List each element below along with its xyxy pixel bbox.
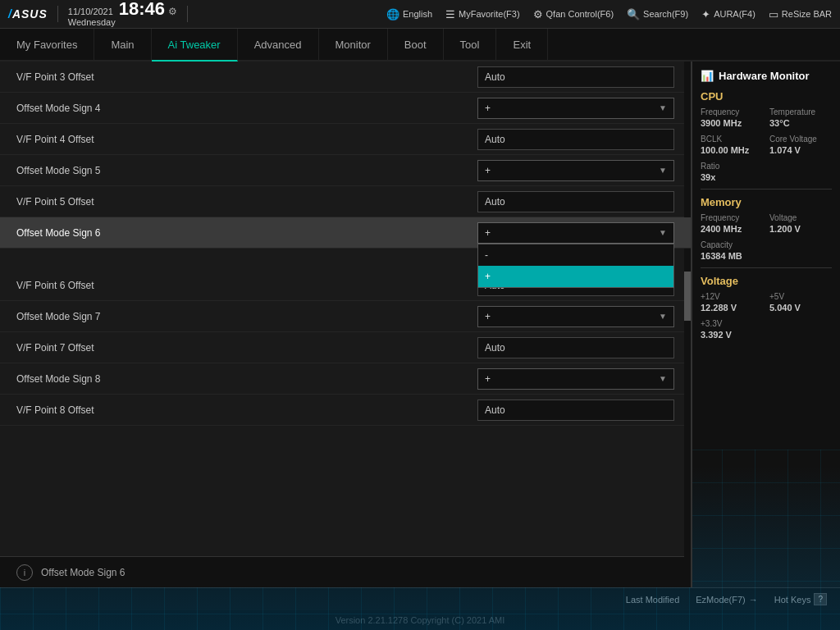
ezmode-btn[interactable]: EzMode(F7) → xyxy=(696,595,758,605)
aura-label: AURA(F4) xyxy=(714,9,756,19)
nav-boot[interactable]: Boot xyxy=(388,29,444,60)
label-vf6-offset: V/F Point 6 Offset xyxy=(16,280,477,291)
select-value-4: + xyxy=(485,103,491,114)
language-tool[interactable]: 🌐 English xyxy=(386,8,432,21)
input-vf5-offset[interactable] xyxy=(477,191,674,212)
hw-cpu-core-voltage-value: 1.074 V xyxy=(769,145,832,155)
hw-volt-33: +3.3V 3.392 V xyxy=(701,319,832,340)
nav-tool[interactable]: Tool xyxy=(444,29,497,60)
hw-cpu-core-voltage: Core Voltage 1.074 V xyxy=(769,135,832,155)
hw-cpu-temperature: Temperature 33°C xyxy=(769,107,832,128)
search-tool[interactable]: 🔍 Search(F9) xyxy=(627,8,688,21)
row-vf8-offset: V/F Point 8 Offset xyxy=(0,395,691,426)
topbar-divider-2 xyxy=(187,6,188,22)
hw-mem-capacity: Capacity 16384 MB xyxy=(701,240,832,261)
nav-main[interactable]: Main xyxy=(94,29,151,60)
hw-mem-voltage: Voltage 1.200 V xyxy=(769,213,832,234)
label-offset-mode-7: Offset Mode Sign 7 xyxy=(16,311,477,322)
hw-volt-12-label: +12V xyxy=(701,292,763,301)
value-offset-mode-6: + ▼ - + xyxy=(477,222,674,244)
content-area: V/F Point 3 Offset Offset Mode Sign 4 + … xyxy=(0,62,840,587)
hw-volt-12-value: 12.288 V xyxy=(701,303,763,313)
nav-ai-tweaker[interactable]: Ai Tweaker xyxy=(152,29,238,62)
hw-cpu-frequency: Frequency 3900 MHz xyxy=(701,107,763,128)
nav-monitor[interactable]: Monitor xyxy=(319,29,388,60)
arrow-icon-5: ▼ xyxy=(659,166,667,175)
label-vf5-offset: V/F Point 5 Offset xyxy=(16,196,477,208)
value-offset-mode-8: + ▼ xyxy=(477,368,674,390)
nav-advanced[interactable]: Advanced xyxy=(238,29,319,60)
select-offset-mode-5[interactable]: + ▼ xyxy=(477,160,674,181)
hw-cpu-frequency-value: 3900 MHz xyxy=(701,118,763,128)
hw-volt-5: +5V 5.040 V xyxy=(769,292,832,313)
select-offset-mode-4[interactable]: + ▼ xyxy=(477,98,674,119)
qfan-label: Qfan Control(F6) xyxy=(546,9,614,19)
value-vf4-offset xyxy=(477,129,674,150)
dropdown-option-minus[interactable]: - xyxy=(478,244,673,266)
navbar: My Favorites Main Ai Tweaker Advanced Mo… xyxy=(0,29,840,62)
arrow-icon-8: ▼ xyxy=(659,374,667,383)
select-value-7: + xyxy=(485,311,491,322)
datetime: 11/10/2021 Wednesday xyxy=(68,7,116,28)
hw-cpu-bclk-label: BCLK xyxy=(701,135,763,144)
nav-favorites[interactable]: My Favorites xyxy=(0,29,94,60)
select-offset-mode-7[interactable]: + ▼ xyxy=(477,306,674,327)
select-value-6: + xyxy=(485,227,491,239)
hw-cpu-temperature-label: Temperature xyxy=(769,107,832,116)
footer-version: Version 2.21.1278 Copyright (C) 2021 AMI xyxy=(0,610,840,630)
hw-volt-5-label: +5V xyxy=(769,292,832,301)
last-modified-btn[interactable]: Last Modified xyxy=(626,595,679,605)
language-label: English xyxy=(403,9,432,19)
settings-icon[interactable]: ⚙ xyxy=(168,6,177,17)
hw-volt-33-label: +3.3V xyxy=(701,319,832,328)
version-text: Version 2.21.1278 Copyright (C) 2021 AMI xyxy=(336,615,505,625)
qfan-tool[interactable]: ⚙ Qfan Control(F6) xyxy=(533,8,614,21)
hw-mem-freq-volt: Frequency 2400 MHz Voltage 1.200 V xyxy=(701,213,832,234)
select-offset-mode-8[interactable]: + ▼ xyxy=(477,368,674,390)
input-vf7-offset[interactable] xyxy=(477,337,674,358)
input-vf4-offset[interactable] xyxy=(477,129,674,150)
hw-monitor-title: 📊 Hardware Monitor xyxy=(701,70,832,82)
value-vf5-offset xyxy=(477,191,674,212)
info-icon: i xyxy=(16,564,33,581)
arrow-icon-7: ▼ xyxy=(659,312,667,321)
hw-volt-33-value: 3.392 V xyxy=(701,330,832,340)
hw-cpu-title: CPU xyxy=(701,90,832,103)
scrollbar-track[interactable] xyxy=(684,62,691,587)
resize-tool[interactable]: ▭ ReSize BAR xyxy=(769,8,832,21)
hw-divider-2 xyxy=(701,267,832,268)
label-offset-mode-4: Offset Mode Sign 4 xyxy=(16,103,477,114)
hw-volt-12: +12V 12.288 V xyxy=(701,292,763,313)
hw-volt-5-value: 5.040 V xyxy=(769,303,832,313)
row-offset-mode-5: Offset Mode Sign 5 + ▼ xyxy=(0,155,691,186)
settings-panel: V/F Point 3 Offset Offset Mode Sign 4 + … xyxy=(0,62,692,587)
hw-mem-capacity-value: 16384 MB xyxy=(701,251,832,261)
value-vf8-offset xyxy=(477,399,674,421)
select-value-8: + xyxy=(485,373,491,385)
input-vf8-offset[interactable] xyxy=(477,399,674,421)
statusbar: i Offset Mode Sign 6 xyxy=(0,556,691,587)
nav-exit[interactable]: Exit xyxy=(496,29,548,60)
value-vf7-offset xyxy=(477,337,674,358)
scrollbar-thumb[interactable] xyxy=(684,272,691,321)
row-vf3-offset: V/F Point 3 Offset xyxy=(0,62,691,93)
hw-volt-12-5: +12V 12.288 V +5V 5.040 V xyxy=(701,292,832,313)
search-icon: 🔍 xyxy=(627,8,640,21)
value-offset-mode-7: + ▼ xyxy=(477,306,674,327)
select-offset-mode-6[interactable]: + ▼ xyxy=(477,222,674,244)
input-vf3-offset[interactable] xyxy=(477,66,674,88)
value-offset-mode-4: + ▼ xyxy=(477,98,674,119)
select-value-5: + xyxy=(485,165,491,176)
hw-monitor: 📊 Hardware Monitor CPU Frequency 3900 MH… xyxy=(692,62,840,587)
hw-mem-frequency-label: Frequency xyxy=(701,213,763,222)
hw-cpu-bclk-value: 100.00 MHz xyxy=(701,145,763,155)
myfavorite-tool[interactable]: ☰ MyFavorite(F3) xyxy=(445,8,520,21)
dropdown-option-plus[interactable]: + xyxy=(478,266,673,287)
row-offset-mode-7: Offset Mode Sign 7 + ▼ xyxy=(0,301,691,332)
aura-tool[interactable]: ✦ AURA(F4) xyxy=(701,8,756,21)
hotkeys-btn[interactable]: Hot Keys ? xyxy=(774,593,827,605)
status-label: Offset Mode Sign 6 xyxy=(41,567,126,578)
hw-memory-title: Memory xyxy=(701,196,832,208)
topbar-divider-1 xyxy=(57,6,58,22)
hw-cpu-bclk: BCLK 100.00 MHz xyxy=(701,135,763,155)
